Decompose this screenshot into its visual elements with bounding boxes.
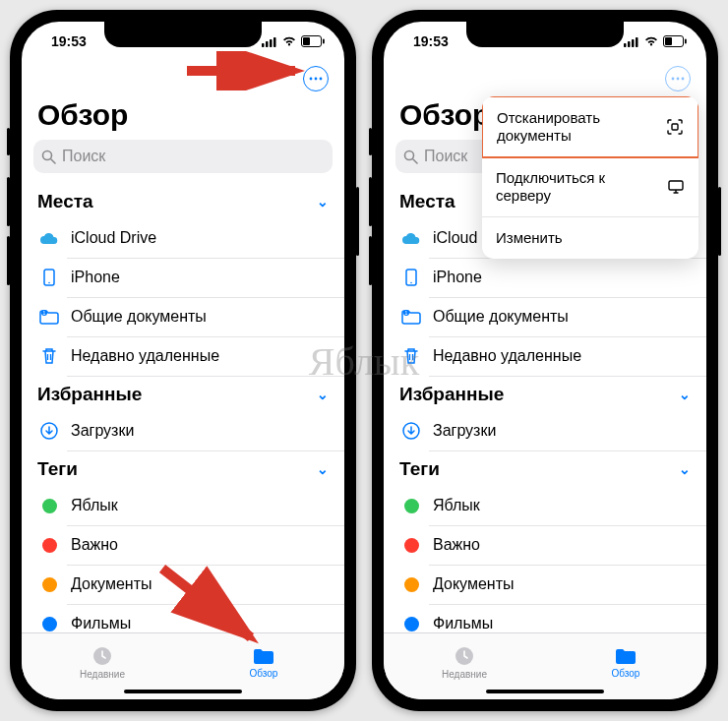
- row-trash[interactable]: Недавно удаленные: [384, 336, 706, 376]
- shared-folder-icon: 1: [37, 309, 61, 325]
- tag-dot: [42, 499, 57, 513]
- svg-line-21: [162, 569, 251, 637]
- context-menu: Отсканировать документы Подключиться к с…: [482, 96, 698, 259]
- cloud-icon: [399, 231, 423, 245]
- svg-point-31: [682, 78, 685, 81]
- search-placeholder: Поиск: [62, 148, 105, 165]
- folder-icon: [614, 646, 637, 666]
- svg-point-29: [672, 78, 675, 81]
- row-downloads[interactable]: Загрузки: [384, 411, 706, 451]
- svg-rect-1: [266, 41, 269, 47]
- phone-right: 19:53 Обзор Поиск Места ⌄ iCloud Drive i…: [372, 10, 718, 711]
- search-input[interactable]: Поиск: [33, 140, 333, 173]
- search-placeholder: Поиск: [424, 148, 467, 165]
- tag-row[interactable]: Яблык: [384, 486, 706, 525]
- tag-dot: [42, 617, 57, 631]
- row-iphone[interactable]: iPhone: [22, 258, 344, 297]
- row-shared[interactable]: 1Общие документы: [384, 297, 706, 336]
- home-indicator[interactable]: [486, 690, 604, 693]
- download-icon: [37, 422, 61, 440]
- phone-left: 19:53 Обзор Поиск Места ⌄ iC: [10, 10, 356, 711]
- menu-connect-server[interactable]: Подключиться к серверу: [482, 157, 698, 217]
- svg-text:1: 1: [405, 310, 408, 316]
- server-icon: [667, 179, 685, 195]
- annotation-arrow: [187, 51, 325, 90]
- signal-icon: [262, 36, 277, 47]
- search-icon: [403, 150, 418, 164]
- tag-dot: [404, 499, 419, 513]
- svg-point-13: [48, 282, 50, 284]
- trash-icon: [399, 347, 423, 365]
- phone-icon: [37, 269, 61, 286]
- svg-rect-3: [273, 37, 276, 47]
- svg-rect-2: [270, 39, 273, 47]
- section-places[interactable]: Места ⌄: [22, 183, 344, 218]
- status-time: 19:53: [51, 33, 87, 49]
- battery-icon: [663, 35, 687, 47]
- section-favorites[interactable]: Избранные ⌄: [22, 376, 344, 411]
- wifi-icon: [281, 35, 297, 47]
- tag-dot: [404, 538, 419, 553]
- annotation-arrow: [152, 559, 280, 657]
- svg-rect-5: [303, 37, 310, 45]
- home-indicator[interactable]: [124, 690, 242, 693]
- tag-dot: [42, 538, 57, 553]
- section-tags[interactable]: Теги⌄: [384, 451, 706, 486]
- row-downloads[interactable]: Загрузки: [22, 411, 344, 451]
- status-icons: [624, 35, 687, 47]
- chevron-down-icon: ⌄: [317, 461, 329, 477]
- svg-text:1: 1: [43, 310, 46, 316]
- svg-rect-25: [636, 37, 638, 47]
- tag-row[interactable]: Фильмы: [384, 604, 706, 632]
- svg-rect-28: [685, 39, 687, 44]
- svg-point-35: [410, 282, 412, 284]
- signal-icon: [624, 36, 639, 47]
- row-trash[interactable]: Недавно удаленные: [22, 336, 344, 376]
- tag-row[interactable]: Документы: [384, 565, 706, 604]
- cloud-icon: [37, 231, 61, 245]
- shared-folder-icon: 1: [399, 309, 423, 325]
- status-time: 19:53: [413, 33, 449, 49]
- svg-rect-6: [323, 39, 325, 44]
- menu-scan-documents[interactable]: Отсканировать документы: [482, 96, 698, 158]
- chevron-down-icon: ⌄: [679, 387, 691, 402]
- svg-rect-43: [669, 181, 683, 190]
- menu-edit[interactable]: Изменить: [482, 217, 698, 259]
- tag-row[interactable]: Важно: [384, 525, 706, 565]
- row-iphone[interactable]: iPhone: [384, 258, 706, 297]
- wifi-icon: [643, 35, 659, 47]
- svg-line-11: [51, 159, 55, 163]
- clock-icon: [454, 645, 475, 667]
- svg-line-33: [413, 159, 417, 163]
- chevron-down-icon: ⌄: [317, 194, 329, 210]
- section-tags[interactable]: Теги ⌄: [22, 451, 344, 486]
- more-button[interactable]: [665, 66, 691, 91]
- tag-dot: [42, 577, 57, 592]
- phone-icon: [399, 269, 423, 286]
- chevron-down-icon: ⌄: [317, 387, 329, 402]
- svg-rect-0: [262, 43, 265, 47]
- chevron-down-icon: ⌄: [679, 461, 691, 477]
- svg-rect-23: [628, 41, 631, 47]
- section-favorites[interactable]: Избранные⌄: [384, 376, 706, 411]
- svg-rect-24: [632, 39, 635, 47]
- page-title: Обзор: [22, 96, 344, 140]
- svg-point-10: [43, 150, 52, 159]
- tag-row[interactable]: Яблык: [22, 486, 344, 525]
- battery-icon: [301, 35, 325, 47]
- trash-icon: [37, 347, 61, 365]
- svg-rect-27: [665, 37, 672, 45]
- svg-rect-42: [672, 124, 678, 130]
- status-icons: [262, 35, 325, 47]
- tag-dot: [404, 617, 419, 631]
- svg-point-32: [405, 150, 414, 159]
- row-shared[interactable]: 1 Общие документы: [22, 297, 344, 336]
- search-icon: [41, 150, 56, 164]
- svg-rect-22: [624, 43, 627, 47]
- download-icon: [399, 422, 423, 440]
- tag-dot: [404, 577, 419, 592]
- clock-icon: [91, 645, 113, 667]
- scan-icon: [666, 118, 684, 136]
- svg-point-30: [677, 78, 680, 81]
- row-icloud[interactable]: iCloud Drive: [22, 218, 344, 258]
